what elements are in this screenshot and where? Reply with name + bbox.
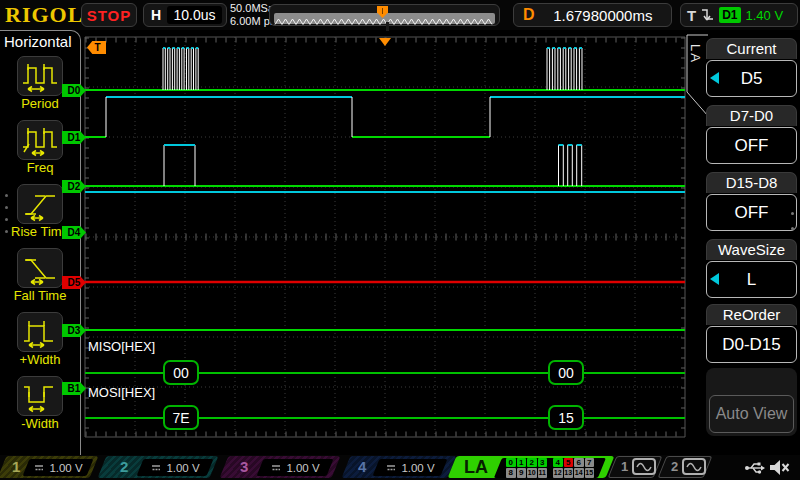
- mosi-value-box: 7E: [163, 405, 199, 430]
- oscilloscope-screen: RIGOL STOP H 10.0us 50.0MSa/s 6.00M pts …: [0, 0, 800, 480]
- miso-value-box: 00: [163, 360, 199, 385]
- source-2-number: 2: [671, 459, 678, 474]
- la-digit: 4: [553, 458, 563, 468]
- horizontal-position-bar[interactable]: [269, 4, 500, 26]
- delay-chip[interactable]: D 1.67980000ms: [513, 3, 672, 27]
- left-arrow-icon: [710, 72, 719, 84]
- source-1-wave-icon: [632, 458, 656, 475]
- channel-4-scale-value: 1.00 V: [401, 462, 434, 474]
- menu-page-dots: [791, 212, 794, 242]
- menu-group-auto-view: Auto View: [706, 368, 797, 436]
- menu-scroll-dots: [5, 194, 8, 242]
- la-digit: 3: [538, 458, 548, 468]
- measure-item-label: +Width: [20, 352, 61, 367]
- menu-group-wavesize: WaveSize L: [706, 239, 797, 298]
- la-chip-label: LA: [464, 457, 488, 478]
- waveform-plot: [60, 30, 700, 455]
- d15-d8-button[interactable]: OFF: [706, 194, 797, 231]
- menu-label: Current: [706, 38, 797, 59]
- d15-d8-value: OFF: [735, 203, 769, 223]
- d7-d0-value: OFF: [735, 136, 769, 156]
- la-digit: 15: [585, 468, 595, 478]
- freq-icon: [20, 122, 60, 158]
- la-digit: 13: [564, 468, 574, 478]
- la-digit: 6: [574, 458, 584, 468]
- la-digit: 12: [553, 468, 563, 478]
- coupling-icon: [33, 463, 45, 473]
- la-menu-tab: LA: [688, 44, 703, 64]
- top-status-bar: RIGOL STOP H 10.0us 50.0MSa/s 6.00M pts …: [0, 0, 800, 30]
- fall-time-icon: [20, 250, 60, 286]
- la-digit: 9: [517, 468, 527, 478]
- measure-item-label: Freq: [27, 160, 54, 175]
- auto-view-button[interactable]: Auto View: [709, 395, 794, 433]
- measure-item-label: Period: [21, 96, 59, 111]
- horizontal-scale-chip[interactable]: H 10.0us: [143, 3, 227, 27]
- delay-label: D: [523, 6, 535, 24]
- la-digit: 0: [506, 458, 516, 468]
- channel-4-scale: 1.00 V: [376, 459, 444, 476]
- menu-group-current: Current D5: [706, 38, 797, 97]
- miso-bus-label: MISO[HEX]: [88, 339, 155, 354]
- falling-edge-icon: [700, 7, 715, 23]
- trigger-source-badge: D1: [719, 7, 740, 23]
- measure-item-fall-time[interactable]: Fall Time: [14, 248, 67, 303]
- la-digit-current: 5: [564, 458, 574, 468]
- la-digits-row-2: 8 9 10 11 12 13 14 15: [506, 468, 594, 478]
- left-arrow-icon: [710, 273, 719, 285]
- run-state-label: STOP: [87, 7, 132, 24]
- trigger-time-marker-icon[interactable]: [379, 38, 391, 46]
- wavesize-button[interactable]: L: [706, 261, 797, 298]
- mosi-bus-label: MOSI[HEX]: [88, 385, 155, 400]
- current-channel-button[interactable]: D5: [706, 60, 797, 97]
- period-icon: [20, 58, 60, 94]
- coupling-icon: [385, 463, 397, 473]
- coupling-icon: [150, 463, 162, 473]
- reorder-value: D0-D15: [722, 335, 781, 355]
- plus-width-icon: [20, 314, 60, 350]
- channel-status-bar: 1 1.00 V 2 1.00 V 3 1.00 V: [0, 455, 800, 480]
- measure-item-label: Fall Time: [14, 288, 67, 303]
- measure-item-freq[interactable]: Freq: [17, 120, 63, 175]
- measure-item-minus-width[interactable]: -Width: [17, 376, 63, 431]
- d7-d0-button[interactable]: OFF: [706, 127, 797, 164]
- menu-group-reorder: ReOrder D0-D15: [706, 304, 797, 363]
- run-state-button[interactable]: STOP: [81, 3, 137, 27]
- la-digit: 10: [527, 468, 537, 478]
- la-digit: 8: [506, 468, 516, 478]
- current-channel-value: D5: [741, 69, 763, 89]
- minus-width-icon: [20, 378, 60, 414]
- measure-item-plus-width[interactable]: +Width: [17, 312, 63, 367]
- reorder-button[interactable]: D0-D15: [706, 326, 797, 363]
- mosi-value-box: 15: [548, 405, 584, 430]
- h-scale-value: 10.0us: [167, 6, 222, 24]
- coupling-icon: [270, 463, 282, 473]
- usb-icon: [744, 459, 765, 476]
- measure-item-label: -Width: [21, 416, 59, 431]
- source-2-wave-icon: [682, 458, 706, 475]
- channel-4-number: 4: [358, 458, 366, 475]
- menu-group-d7-d0: D7-D0 OFF: [706, 105, 797, 164]
- rigol-logo: RIGOL: [5, 2, 83, 28]
- la-digit: 11: [538, 468, 548, 478]
- channel-2-number: 2: [120, 458, 128, 475]
- la-digits-row-1: 0 1 2 3 4 5 6 7: [506, 458, 594, 468]
- channel-1-scale: 1.00 V: [26, 459, 90, 476]
- speaker-mute-icon: [768, 458, 790, 477]
- channel-2-scale-value: 1.00 V: [166, 462, 199, 474]
- measure-item-period[interactable]: Period: [17, 56, 63, 111]
- menu-label: D15-D8: [706, 172, 797, 193]
- channel-3-scale-value: 1.00 V: [286, 462, 319, 474]
- channel-1-number: 1: [12, 458, 20, 475]
- menu-label: ReOrder: [706, 304, 797, 325]
- channel-3-scale: 1.00 V: [260, 459, 330, 476]
- miso-value-box: 00: [548, 360, 584, 385]
- la-digit: 1: [517, 458, 527, 468]
- rise-time-icon: [20, 186, 60, 222]
- trigger-chip[interactable]: T D1 1.40 V: [680, 3, 798, 27]
- h-label: H: [151, 7, 161, 23]
- menu-label: D7-D0: [706, 105, 797, 126]
- trigger-label: T: [687, 7, 696, 24]
- channel-2-scale: 1.00 V: [140, 459, 210, 476]
- trigger-level-value: 1.40 V: [746, 8, 784, 23]
